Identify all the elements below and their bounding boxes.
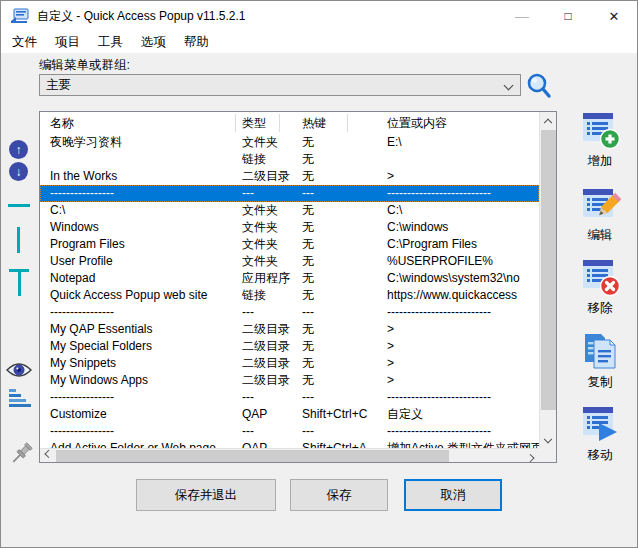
app-window: 自定义 - Quick Access Popup v11.5.2.1 — □ ✕… xyxy=(0,0,638,548)
table-row[interactable]: Program Files文件夹无C:\Program Files xyxy=(40,236,539,253)
cell-location: 自定义 xyxy=(387,406,539,423)
window-title: 自定义 - Quick Access Popup v11.5.2.1 xyxy=(37,8,246,25)
table-row[interactable]: User Profile文件夹无%USERPROFILE% xyxy=(40,253,539,270)
scroll-right-arrow[interactable] xyxy=(523,448,539,464)
cell-hotkey: 无 xyxy=(302,219,386,236)
move-up-button[interactable]: ↑ xyxy=(9,140,28,159)
save-and-exit-button[interactable]: 保存并退出 xyxy=(136,479,276,511)
cell-hotkey: 无 xyxy=(302,168,386,185)
column-separator xyxy=(279,114,280,132)
eye-icon[interactable] xyxy=(6,361,32,379)
cell-name: ---------------- xyxy=(50,389,235,406)
table-row[interactable]: Quick Access Popup web site链接无https://ww… xyxy=(40,287,539,304)
table-row[interactable]: Windows文件夹无C:\windows xyxy=(40,219,539,236)
table-row[interactable]: In the Works二级目录无> xyxy=(40,168,539,185)
column-separator xyxy=(235,114,236,132)
save-button[interactable]: 保存 xyxy=(290,479,388,511)
cell-hotkey: --- xyxy=(302,304,386,321)
remove-button-label: 移除 xyxy=(588,300,613,317)
column-header-location[interactable]: 位置或内容 xyxy=(387,112,539,129)
table-row[interactable]: ----------------------------------------… xyxy=(40,304,539,321)
menu-item[interactable]: 帮助 xyxy=(175,31,218,54)
copy-button-label: 复制 xyxy=(588,374,613,391)
table-row[interactable]: ----------------------------------------… xyxy=(40,423,539,440)
remove-button[interactable]: 移除 xyxy=(561,256,638,318)
scroll-up-arrow[interactable] xyxy=(540,112,556,128)
cell-hotkey: Shift+Ctrl+C xyxy=(302,406,386,423)
cell-location: %USERPROFILE% xyxy=(387,253,539,270)
vertical-scroll-thumb[interactable] xyxy=(541,130,556,410)
table-row[interactable]: My QAP Essentials二级目录无> xyxy=(40,321,539,338)
cell-location: -------------------------- xyxy=(387,185,539,202)
table-row[interactable]: CustomizeQAPShift+Ctrl+C自定义 xyxy=(40,406,539,423)
copy-icon xyxy=(579,330,621,372)
remove-icon xyxy=(579,256,621,298)
horizontal-scroll-thumb[interactable] xyxy=(56,450,449,462)
sort-items-icon[interactable] xyxy=(9,389,33,409)
scrollbar-corner xyxy=(539,448,556,462)
add-titled-separator-icon[interactable] xyxy=(9,269,29,297)
cell-name: My Windows Apps xyxy=(50,372,235,389)
group-selector-label: 编辑菜单或群组: xyxy=(39,57,130,74)
title-bar: 自定义 - Quick Access Popup v11.5.2.1 — □ ✕ xyxy=(1,1,637,31)
pin-icon[interactable] xyxy=(8,440,34,468)
vertical-scrollbar[interactable] xyxy=(539,112,556,450)
cell-name xyxy=(50,151,235,168)
group-selector-dropdown[interactable]: 主要 xyxy=(39,74,521,96)
menu-item[interactable]: 项目 xyxy=(46,31,89,54)
cell-name: Windows xyxy=(50,219,235,236)
arrow-up-icon: ↑ xyxy=(16,143,22,157)
cell-location: > xyxy=(387,338,539,355)
table-row[interactable]: 夜晚学习资料文件夹无E:\ xyxy=(40,134,539,151)
add-column-break-icon[interactable] xyxy=(17,227,20,253)
table-header: 名称 类型 热键 位置或内容 xyxy=(40,112,539,134)
cell-hotkey: 无 xyxy=(302,202,386,219)
edit-button-label: 编辑 xyxy=(588,227,613,244)
items-table: 名称 类型 热键 位置或内容 夜晚学习资料文件夹无E:\链接无In the Wo… xyxy=(39,111,557,463)
table-row[interactable]: C:\文件夹无C:\ xyxy=(40,202,539,219)
column-header-hotkey[interactable]: 热键 xyxy=(302,112,386,129)
cell-hotkey: 无 xyxy=(302,134,386,151)
table-row[interactable]: 链接无 xyxy=(40,151,539,168)
cell-location: C:\Program Files xyxy=(387,236,539,253)
cell-hotkey: 无 xyxy=(302,253,386,270)
add-button[interactable]: 增加 xyxy=(561,109,638,171)
column-header-name[interactable]: 名称 xyxy=(50,112,235,129)
copy-button[interactable]: 复制 xyxy=(561,330,638,392)
move-icon xyxy=(579,403,621,445)
minimize-button[interactable]: — xyxy=(499,1,545,31)
table-row[interactable]: ----------------------------------------… xyxy=(40,389,539,406)
cell-hotkey: 无 xyxy=(302,338,386,355)
cell-location: C:\windows\system32\no xyxy=(387,270,539,287)
menu-item[interactable]: 工具 xyxy=(89,31,132,54)
table-row[interactable]: My Windows Apps二级目录无> xyxy=(40,372,539,389)
cell-location xyxy=(387,151,539,168)
cell-name: Customize xyxy=(50,406,235,423)
scroll-left-arrow[interactable] xyxy=(40,448,56,464)
cell-hotkey: 无 xyxy=(302,321,386,338)
cell-name: My Snippets xyxy=(50,355,235,372)
add-separator-line-icon[interactable] xyxy=(8,204,30,207)
menu-item[interactable]: 文件 xyxy=(3,31,46,54)
maximize-button[interactable]: □ xyxy=(545,1,591,31)
edit-button[interactable]: 编辑 xyxy=(561,183,638,245)
cancel-button[interactable]: 取消 xyxy=(404,479,502,511)
menu-item[interactable]: 选项 xyxy=(132,31,175,54)
move-button[interactable]: 移动 xyxy=(561,403,638,465)
table-row[interactable]: Notepad应用程序无C:\windows\system32\no xyxy=(40,270,539,287)
cell-location: > xyxy=(387,321,539,338)
cell-name: 夜晚学习资料 xyxy=(50,134,235,151)
table-row[interactable]: ----------------------------------------… xyxy=(40,185,539,202)
horizontal-scrollbar[interactable] xyxy=(40,448,539,462)
search-icon[interactable] xyxy=(524,71,554,101)
cell-hotkey: 无 xyxy=(302,151,386,168)
cell-name: Quick Access Popup web site xyxy=(50,287,235,304)
close-button[interactable]: ✕ xyxy=(591,1,637,31)
app-icon xyxy=(10,8,30,24)
menu-bar: 文件项目工具选项帮助 xyxy=(1,31,637,53)
table-row[interactable]: My Special Folders二级目录无> xyxy=(40,338,539,355)
cell-location: > xyxy=(387,168,539,185)
move-down-button[interactable]: ↓ xyxy=(9,162,28,181)
cell-hotkey: --- xyxy=(302,389,386,406)
table-row[interactable]: My Snippets二级目录无> xyxy=(40,355,539,372)
